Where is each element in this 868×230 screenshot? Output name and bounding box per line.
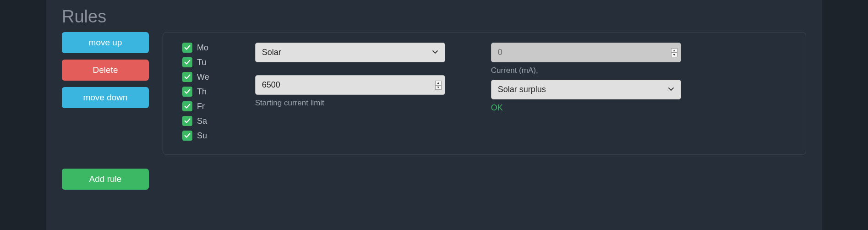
days-column: Mo Tu We Th: [182, 43, 209, 141]
page-title: Rules: [62, 0, 806, 32]
mode-select-wrapper: Solar: [255, 43, 445, 62]
day-row-mo: Mo: [182, 43, 209, 53]
day-label: Tu: [197, 58, 206, 67]
middle-column: Solar ▲ ▼ Starting current limit: [255, 43, 445, 141]
day-row-we: We: [182, 72, 209, 82]
day-checkbox-mo[interactable]: [182, 43, 192, 53]
day-row-fr: Fr: [182, 101, 209, 111]
delete-button[interactable]: Delete: [62, 60, 149, 81]
day-checkbox-su[interactable]: [182, 131, 192, 141]
check-icon: [184, 132, 191, 139]
day-row-sa: Sa: [182, 116, 209, 126]
mode-select[interactable]: Solar: [255, 43, 445, 62]
starting-current-wrapper: ▲ ▼: [255, 75, 445, 95]
check-icon: [184, 103, 191, 110]
check-icon: [184, 118, 191, 124]
move-down-button[interactable]: move down: [62, 87, 149, 108]
day-label: Sa: [197, 116, 207, 126]
day-label: Mo: [197, 43, 208, 53]
current-input: [491, 43, 681, 62]
check-icon: [184, 74, 191, 80]
day-checkbox-sa[interactable]: [182, 116, 192, 126]
rule-panel: Mo Tu We Th: [163, 32, 806, 155]
rule-actions-sidebar: move up Delete move down: [62, 32, 149, 155]
surplus-select-wrapper: Solar surplus: [491, 80, 681, 99]
check-icon: [184, 59, 191, 66]
day-label: Th: [197, 87, 207, 97]
add-rule-button[interactable]: Add rule: [62, 169, 149, 190]
day-checkbox-tu[interactable]: [182, 57, 192, 67]
day-row-su: Su: [182, 131, 209, 141]
day-checkbox-th[interactable]: [182, 87, 192, 97]
day-label: Fr: [197, 102, 205, 111]
day-label: Su: [197, 131, 207, 141]
day-row-th: Th: [182, 87, 209, 97]
starting-current-label: Starting current limit: [255, 99, 445, 108]
status-ok: OK: [491, 103, 681, 113]
day-checkbox-fr[interactable]: [182, 101, 192, 111]
right-column: ▲ ▼ Current (mA), Solar surplus OK: [491, 43, 681, 141]
current-input-wrapper: ▲ ▼: [491, 43, 681, 62]
starting-current-input[interactable]: [255, 75, 445, 95]
check-icon: [184, 44, 191, 51]
current-label: Current (mA),: [491, 66, 681, 75]
move-up-button[interactable]: move up: [62, 32, 149, 53]
day-row-tu: Tu: [182, 57, 209, 67]
day-checkbox-we[interactable]: [182, 72, 192, 82]
surplus-select[interactable]: Solar surplus: [491, 80, 681, 99]
day-label: We: [197, 72, 209, 82]
check-icon: [184, 88, 191, 95]
